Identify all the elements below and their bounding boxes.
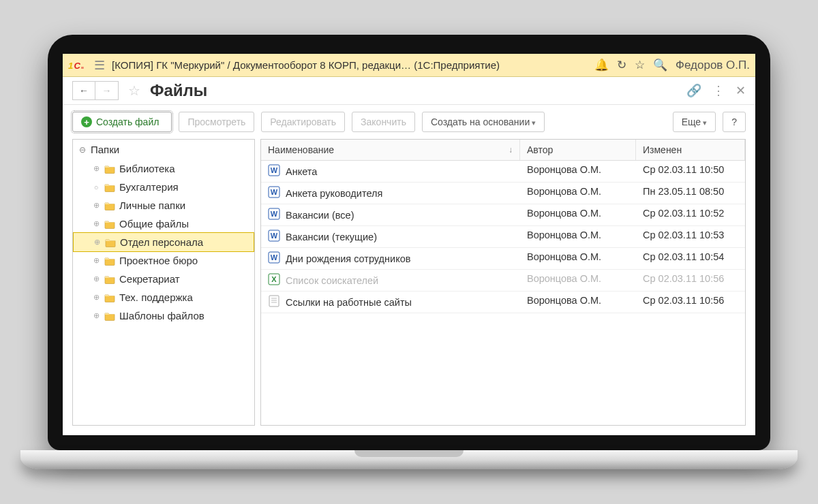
- history-icon[interactable]: ↻: [617, 58, 626, 72]
- app-logo-1c: 1С≡: [68, 59, 87, 72]
- close-icon[interactable]: ✕: [736, 83, 746, 98]
- column-header-modified[interactable]: Изменен: [636, 140, 745, 160]
- svg-text:W: W: [271, 166, 278, 174]
- tree-item-label: Личные папки: [119, 200, 185, 211]
- column-header-name[interactable]: Наименование ↓: [261, 140, 520, 160]
- tree-item-label: Проектное бюро: [119, 255, 198, 266]
- table-row[interactable]: WАнкетаВоронцова О.М.Ср 02.03.11 10:50: [261, 161, 745, 183]
- file-name: Вакансии (все): [286, 210, 354, 221]
- tree-item[interactable]: ⊕Секретариат: [73, 270, 254, 288]
- tree-item[interactable]: ⊕Тех. поддержка: [73, 288, 254, 306]
- view-button[interactable]: Просмотреть: [179, 112, 254, 132]
- create-file-label: Создать файл: [96, 116, 159, 127]
- table-row[interactable]: WАнкета руководителяВоронцова О.М.Пн 23.…: [261, 183, 745, 204]
- expand-icon[interactable]: ⊕: [92, 256, 100, 265]
- expand-icon[interactable]: ⊕: [92, 311, 100, 320]
- cell-name: XСписок соискателей: [261, 270, 520, 291]
- window-header: ← → ☆ Файлы 🔗 ⋮ ✕: [63, 77, 755, 105]
- tree-item-label: Отдел персонала: [120, 236, 203, 248]
- finish-button[interactable]: Закончить: [352, 112, 415, 132]
- kebab-icon[interactable]: ⋮: [712, 83, 725, 98]
- app-title: [КОПИЯ] ГК "Меркурий" / Документооборот …: [112, 59, 588, 71]
- expand-icon[interactable]: ⊕: [93, 238, 101, 247]
- cell-modified: Ср 02.03.11 10:54: [636, 248, 745, 269]
- table-row[interactable]: WВакансии (все)Воронцова О.М.Ср 02.03.11…: [261, 204, 745, 226]
- tree-item[interactable]: ⊕Общие файлы: [73, 215, 254, 233]
- nav-back-button[interactable]: ←: [72, 81, 95, 100]
- expand-icon[interactable]: ⊕: [92, 274, 100, 283]
- svg-text:W: W: [271, 232, 278, 240]
- edit-button[interactable]: Редактировать: [261, 112, 345, 132]
- favorite-star-icon[interactable]: ☆: [124, 82, 145, 99]
- cell-name: Ссылки на работные сайты: [261, 292, 520, 313]
- tree-item-label: Тех. поддержка: [119, 292, 193, 303]
- tree-item[interactable]: ○Бухгалтерия: [73, 178, 254, 196]
- tree-root[interactable]: ⊖ Папки: [73, 140, 254, 159]
- tree-item-label: Общие файлы: [119, 218, 189, 230]
- svg-text:W: W: [271, 188, 278, 196]
- user-name[interactable]: Федоров О.П.: [676, 59, 750, 72]
- create-file-button[interactable]: + Создать файл: [72, 112, 172, 132]
- help-button[interactable]: ?: [723, 112, 746, 132]
- bell-icon[interactable]: 🔔: [594, 58, 609, 72]
- file-type-icon: W: [268, 251, 280, 266]
- tree-item-label: Секретариат: [119, 273, 180, 285]
- file-name: Анкета: [286, 166, 317, 177]
- cell-author: Воронцова О.М.: [520, 204, 636, 225]
- cell-name: WДни рождения сотрудников: [261, 248, 520, 269]
- file-type-icon: [268, 295, 280, 309]
- column-header-author[interactable]: Автор: [520, 140, 636, 160]
- cell-author: Воронцова О.М.: [520, 226, 636, 247]
- cell-modified: Ср 02.03.11 10:52: [636, 204, 745, 225]
- svg-text:X: X: [271, 275, 277, 283]
- tree-item[interactable]: ⊕Личные папки: [73, 196, 254, 215]
- expand-icon[interactable]: ⊕: [92, 293, 100, 302]
- collapse-icon[interactable]: ⊖: [78, 146, 87, 154]
- toolbar: + Создать файл Просмотреть Редактировать…: [63, 105, 755, 139]
- cell-modified: Ср 02.03.11 10:56: [636, 292, 745, 313]
- file-type-icon: W: [268, 164, 280, 178]
- svg-text:W: W: [271, 253, 278, 262]
- nav-forward-button[interactable]: →: [95, 81, 119, 100]
- table-row[interactable]: Ссылки на работные сайтыВоронцова О.М.Ср…: [261, 292, 745, 313]
- file-type-icon: W: [268, 230, 280, 244]
- cell-name: WАнкета руководителя: [261, 183, 520, 204]
- svg-text:1: 1: [68, 60, 73, 70]
- menu-icon[interactable]: ☰: [94, 58, 105, 73]
- file-name: Ссылки на работные сайты: [286, 297, 412, 308]
- expand-icon[interactable]: ⊕: [92, 201, 100, 210]
- expand-icon[interactable]: ○: [92, 183, 100, 191]
- tree-item[interactable]: ⊕Шаблоны файлов: [73, 306, 254, 325]
- tree-item[interactable]: ⊕Библиотека: [73, 159, 254, 178]
- cell-author: Воронцова О.М.: [520, 248, 636, 269]
- tree-item[interactable]: ⊕Проектное бюро: [73, 251, 254, 270]
- svg-rect-15: [269, 296, 279, 306]
- tree-item-label: Бухгалтерия: [119, 181, 179, 193]
- tree-item-label: Шаблоны файлов: [119, 310, 204, 321]
- file-name: Анкета руководителя: [286, 188, 382, 199]
- table-row[interactable]: WДни рождения сотрудниковВоронцова О.М.С…: [261, 248, 745, 270]
- create-based-on-button[interactable]: Создать на основании: [422, 112, 545, 132]
- file-type-icon: W: [268, 208, 280, 222]
- table-row[interactable]: WВакансии (текущие)Воронцова О.М.Ср 02.0…: [261, 226, 745, 248]
- cell-modified: Ср 02.03.11 10:50: [636, 161, 745, 182]
- file-type-icon: X: [268, 273, 280, 287]
- link-icon[interactable]: 🔗: [686, 83, 701, 98]
- more-button[interactable]: Еще: [673, 112, 716, 132]
- star-icon[interactable]: ☆: [635, 58, 645, 72]
- table-row[interactable]: XСписок соискателейВоронцова О.М.Ср 02.0…: [261, 270, 745, 292]
- cell-name: WВакансии (все): [261, 204, 520, 225]
- file-list-pane: Наименование ↓ Автор Изменен WАнкетаВоро…: [260, 139, 746, 426]
- expand-icon[interactable]: ⊕: [92, 164, 100, 173]
- svg-text:С: С: [74, 60, 80, 70]
- svg-text:≡: ≡: [81, 64, 84, 70]
- file-type-icon: W: [268, 186, 280, 200]
- search-icon[interactable]: 🔍: [653, 58, 667, 72]
- cell-name: WАнкета: [261, 161, 520, 182]
- cell-modified: Ср 02.03.11 10:53: [636, 226, 745, 247]
- svg-text:W: W: [271, 210, 278, 218]
- expand-icon[interactable]: ⊕: [92, 219, 100, 228]
- tree-item[interactable]: ⊕Отдел персонала: [73, 232, 254, 252]
- cell-modified: Пн 23.05.11 08:50: [636, 183, 745, 204]
- cell-modified: Ср 02.03.11 10:56: [636, 270, 745, 291]
